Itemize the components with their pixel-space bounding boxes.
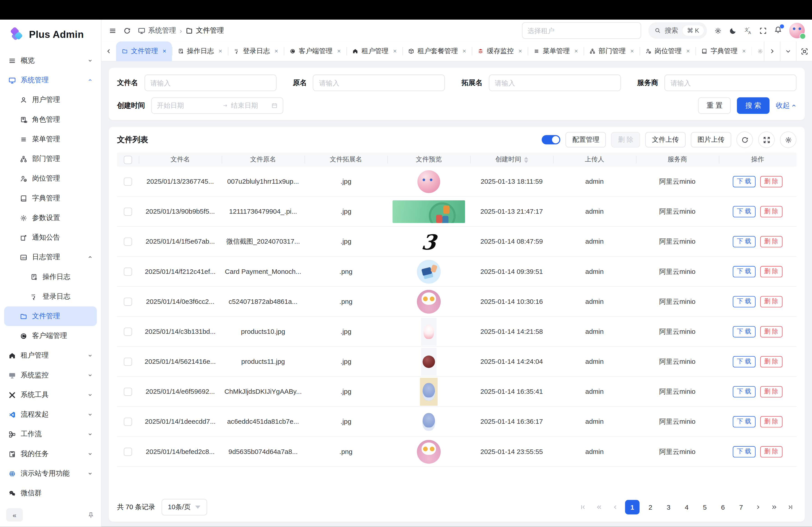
tab-close-icon[interactable]: ×	[630, 48, 634, 55]
sidebar-item-dept-manage[interactable]: 部门管理	[4, 149, 97, 169]
delete-button[interactable]: 删 除	[760, 176, 782, 187]
file-preview-thumbnail[interactable]: 3	[387, 229, 470, 254]
date-range-picker[interactable]: 开始日期 结束日期	[151, 97, 283, 114]
pager-last-icon[interactable]	[784, 500, 796, 515]
tab-client-manage[interactable]: 客户端管理×	[284, 42, 346, 61]
batch-delete-button[interactable]: 删 除	[611, 132, 640, 147]
pager-page-4[interactable]: 4	[679, 500, 694, 515]
dark-mode-moon-icon[interactable]	[729, 27, 737, 34]
ext-name-input[interactable]	[489, 75, 621, 91]
pager-first-icon[interactable]	[577, 500, 589, 515]
tab-dict-manage[interactable]: 字典管理×	[696, 42, 752, 61]
tab-param-setting[interactable]	[752, 42, 764, 61]
row-checkbox[interactable]	[124, 237, 132, 246]
tab-close-icon[interactable]: ×	[337, 48, 341, 55]
delete-button[interactable]: 删 除	[760, 296, 782, 307]
sidebar-collapse-button[interactable]: «	[6, 508, 23, 522]
breadcrumb-item-current[interactable]: 文件管理	[186, 26, 224, 35]
row-checkbox[interactable]	[124, 327, 132, 336]
sidebar-item-tenant-manage[interactable]: 租户管理	[4, 346, 97, 365]
download-button[interactable]: 下 载	[733, 206, 755, 217]
tab-close-icon[interactable]: ×	[518, 48, 522, 55]
delete-button[interactable]: 删 除	[760, 266, 782, 277]
download-button[interactable]: 下 载	[733, 326, 755, 337]
download-button[interactable]: 下 载	[733, 296, 755, 307]
reset-button[interactable]: 重 置	[698, 97, 731, 114]
tab-tenant-manage[interactable]: 租户管理×	[346, 42, 402, 61]
row-checkbox[interactable]	[124, 207, 132, 216]
sidebar-item-system-tools[interactable]: 系统工具	[4, 385, 97, 405]
sidebar-item-notice[interactable]: 通知公告	[4, 228, 97, 247]
sidebar-item-demo-features[interactable]: 演示站专用功能	[4, 464, 97, 483]
settings-gear-icon[interactable]	[714, 27, 722, 34]
pager-page-2[interactable]: 2	[643, 500, 658, 515]
sidebar-item-my-tasks[interactable]: 我的任务	[4, 444, 97, 464]
pager-page-7[interactable]: 7	[734, 500, 748, 515]
refresh-icon[interactable]	[123, 27, 131, 34]
sidebar-item-workflow[interactable]: 工作流	[4, 424, 97, 444]
tabs-scroll-right[interactable]	[765, 42, 780, 61]
tab-close-icon[interactable]: ×	[163, 48, 166, 55]
collapse-filters-link[interactable]: 收起	[776, 101, 796, 110]
pager-prev-icon[interactable]	[609, 500, 621, 515]
file-preview-thumbnail[interactable]	[387, 408, 470, 436]
file-preview-thumbnail[interactable]	[387, 378, 470, 406]
file-preview-thumbnail[interactable]	[387, 290, 470, 314]
tab-close-icon[interactable]: ×	[462, 48, 466, 55]
sidebar-item-client-manage[interactable]: 客户端管理	[4, 326, 97, 346]
download-button[interactable]: 下 载	[733, 386, 755, 397]
sidebar-item-param-setting[interactable]: 参数设置	[4, 208, 97, 228]
tab-post-manage[interactable]: 岗位管理×	[640, 42, 696, 61]
sidebar-item-file-manage[interactable]: 文件管理	[4, 306, 97, 326]
tabs-scroll-left[interactable]	[102, 42, 116, 61]
user-avatar[interactable]	[789, 23, 805, 38]
pager-next-icon[interactable]	[752, 500, 765, 515]
file-name-input[interactable]	[144, 75, 276, 91]
delete-button[interactable]: 删 除	[760, 356, 782, 367]
delete-button[interactable]: 删 除	[760, 416, 782, 427]
delete-button[interactable]: 删 除	[760, 206, 782, 217]
tab-close-icon[interactable]: ×	[742, 48, 746, 55]
sidebar-item-dict-manage[interactable]: 字典管理	[4, 189, 97, 208]
content-fullscreen-icon[interactable]	[796, 42, 812, 61]
download-button[interactable]: 下 载	[733, 266, 755, 277]
sort-carets-icon[interactable]	[524, 157, 528, 163]
sidebar-item-overview[interactable]: 概览	[4, 51, 97, 70]
table-expand-icon[interactable]	[758, 132, 774, 148]
file-preview-thumbnail[interactable]	[387, 318, 470, 346]
sidebar-item-menu-manage[interactable]: 菜单管理	[4, 130, 97, 149]
translate-icon[interactable]: 文A	[744, 27, 752, 34]
fullscreen-icon[interactable]	[759, 27, 767, 34]
sidebar-item-system-manage[interactable]: 系统管理	[4, 70, 97, 90]
sidebar-item-wechat-group[interactable]: 微信群	[4, 483, 97, 503]
delete-button[interactable]: 删 除	[760, 326, 782, 337]
pager-page-3[interactable]: 3	[661, 500, 676, 515]
select-all-checkbox[interactable]	[124, 155, 132, 164]
global-search[interactable]: 搜索 ⌘ K	[648, 22, 707, 39]
tab-close-icon[interactable]: ×	[393, 48, 397, 55]
table-refresh-icon[interactable]	[737, 132, 753, 148]
file-preview-thumbnail[interactable]	[387, 200, 470, 223]
pager-page-1[interactable]: 1	[625, 500, 639, 515]
page-size-select[interactable]: 10条/页	[161, 499, 207, 515]
image-upload-button[interactable]: 图片上传	[691, 132, 731, 147]
row-checkbox[interactable]	[124, 357, 132, 366]
download-button[interactable]: 下 载	[733, 446, 755, 457]
config-manage-button[interactable]: 配置管理	[566, 132, 606, 147]
file-preview-thumbnail[interactable]	[387, 348, 470, 376]
search-button[interactable]: 搜 索	[737, 97, 770, 114]
file-preview-thumbnail[interactable]	[387, 439, 470, 464]
pager-fast-next-icon[interactable]	[768, 500, 780, 515]
download-button[interactable]: 下 载	[733, 356, 755, 367]
delete-button[interactable]: 删 除	[760, 446, 782, 457]
sidebar-item-role-manage[interactable]: 角色管理	[4, 110, 97, 130]
table-settings-icon[interactable]	[780, 132, 796, 148]
sidebar-item-system-monitor[interactable]: 系统监控	[4, 365, 97, 385]
delete-button[interactable]: 删 除	[760, 386, 782, 397]
tab-menu-manage[interactable]: 菜单管理×	[528, 42, 584, 61]
download-button[interactable]: 下 载	[733, 236, 755, 247]
download-button[interactable]: 下 载	[733, 416, 755, 427]
file-upload-button[interactable]: 文件上传	[645, 132, 686, 147]
notifications-bell[interactable]	[774, 26, 782, 35]
row-checkbox[interactable]	[124, 387, 132, 395]
